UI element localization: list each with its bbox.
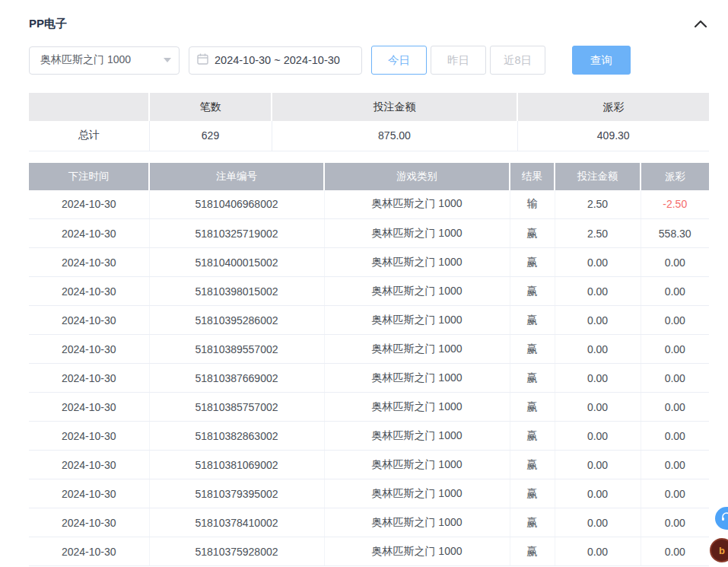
cell-game: 奥林匹斯之门 1000: [324, 219, 510, 248]
cell-bet-id: 51810406968002: [149, 190, 324, 219]
summary-table: 笔数 投注金额 派彩 总计 629 875.00 409.30: [29, 93, 709, 151]
cell-result: 赢: [510, 479, 555, 508]
bets-table-body: 2024-10-30 51810406968002 奥林匹斯之门 1000 输 …: [29, 190, 709, 566]
cell-game: 奥林匹斯之门 1000: [324, 248, 510, 277]
cell-payout: 558.30: [641, 219, 709, 248]
cell-amount: 0.00: [555, 335, 641, 364]
brand-floating-button[interactable]: b: [710, 538, 728, 562]
quick-range-buttons: 今日 昨日 近8日: [371, 46, 549, 75]
cell-bet-id: 51810398015002: [149, 277, 324, 306]
summary-header-empty: [29, 93, 149, 121]
bets-header-date: 下注时间: [29, 163, 149, 190]
summary-total-count: 629: [149, 121, 272, 151]
cell-amount: 0.00: [555, 277, 641, 306]
collapse-panel-button[interactable]: [692, 15, 709, 32]
table-row: 2024-10-30 51810381069002 奥林匹斯之门 1000 赢 …: [29, 451, 709, 479]
cell-bet-id: 51810325719002: [149, 219, 324, 248]
cell-result: 赢: [510, 422, 555, 451]
summary-total-row: 总计 629 875.00 409.30: [29, 121, 709, 151]
cell-game: 奥林匹斯之门 1000: [324, 537, 510, 566]
cell-game: 奥林匹斯之门 1000: [324, 451, 510, 479]
bets-header-game: 游戏类别: [324, 163, 510, 190]
game-select-value: 奥林匹斯之门 1000: [40, 53, 131, 67]
cell-payout: 0.00: [641, 451, 709, 479]
cell-amount: 0.00: [555, 451, 641, 479]
cell-game: 奥林匹斯之门 1000: [324, 364, 510, 393]
quick-button-yesterday[interactable]: 昨日: [431, 46, 486, 75]
cell-payout: 0.00: [641, 537, 709, 566]
bets-header-amount: 投注金额: [555, 163, 641, 190]
headset-icon: [721, 512, 728, 525]
cell-bet-id: 51810387669002: [149, 364, 324, 393]
cell-result: 赢: [510, 364, 555, 393]
cell-game: 奥林匹斯之门 1000: [324, 508, 510, 537]
calendar-icon: [197, 53, 215, 68]
cell-game: 奥林匹斯之门 1000: [324, 190, 510, 219]
cell-bet-id: 51810382863002: [149, 422, 324, 451]
cell-bet-id: 51810378410002: [149, 508, 324, 537]
summary-header-payout: 派彩: [517, 93, 709, 121]
quick-button-today[interactable]: 今日: [371, 46, 427, 75]
cell-date: 2024-10-30: [29, 422, 149, 451]
table-row: 2024-10-30 51810395286002 奥林匹斯之门 1000 赢 …: [29, 306, 709, 335]
cell-bet-id: 51810389557002: [149, 335, 324, 364]
table-row: 2024-10-30 51810385757002 奥林匹斯之门 1000 赢 …: [29, 393, 709, 422]
cell-payout: 0.00: [641, 364, 709, 393]
date-range-value: 2024-10-30 ~ 2024-10-30: [215, 54, 340, 66]
cell-result: 输: [510, 190, 555, 219]
cell-result: 赢: [510, 306, 555, 335]
cell-date: 2024-10-30: [29, 537, 149, 566]
cell-amount: 0.00: [555, 537, 641, 566]
date-range-input[interactable]: 2024-10-30 ~ 2024-10-30: [189, 46, 362, 75]
summary-total-label: 总计: [29, 121, 149, 151]
cell-date: 2024-10-30: [29, 306, 149, 335]
search-button[interactable]: 查询: [572, 46, 631, 75]
game-select[interactable]: 奥林匹斯之门 1000: [29, 46, 180, 75]
cell-payout: 0.00: [641, 393, 709, 422]
cell-amount: 2.50: [555, 190, 641, 219]
quick-button-last8days[interactable]: 近8日: [490, 46, 545, 75]
cell-date: 2024-10-30: [29, 364, 149, 393]
table-row: 2024-10-30 51810387669002 奥林匹斯之门 1000 赢 …: [29, 364, 709, 393]
cell-bet-id: 51810381069002: [149, 451, 324, 479]
cell-date: 2024-10-30: [29, 277, 149, 306]
bets-header-payout: 派彩: [641, 163, 709, 190]
cell-game: 奥林匹斯之门 1000: [324, 479, 510, 508]
customer-service-button[interactable]: [715, 507, 728, 530]
cell-game: 奥林匹斯之门 1000: [324, 335, 510, 364]
bets-header-row: 下注时间 注单编号 游戏类别 结果 投注金额 派彩: [29, 163, 709, 190]
cell-bet-id: 51810379395002: [149, 479, 324, 508]
cell-amount: 2.50: [555, 219, 641, 248]
table-row: 2024-10-30 51810378410002 奥林匹斯之门 1000 赢 …: [29, 508, 709, 537]
cell-game: 奥林匹斯之门 1000: [324, 393, 510, 422]
cell-result: 赢: [510, 277, 555, 306]
cell-result: 赢: [510, 248, 555, 277]
table-row: 2024-10-30 51810398015002 奥林匹斯之门 1000 赢 …: [29, 277, 709, 306]
chevron-down-icon: [164, 58, 171, 62]
table-row: 2024-10-30 51810379395002 奥林匹斯之门 1000 赢 …: [29, 479, 709, 508]
cell-date: 2024-10-30: [29, 248, 149, 277]
cell-amount: 0.00: [555, 508, 641, 537]
cell-date: 2024-10-30: [29, 508, 149, 537]
cell-payout: 0.00: [641, 422, 709, 451]
cell-payout: 0.00: [641, 479, 709, 508]
cell-amount: 0.00: [555, 248, 641, 277]
table-row: 2024-10-30 51810382863002 奥林匹斯之门 1000 赢 …: [29, 422, 709, 451]
table-row: 2024-10-30 51810375928002 奥林匹斯之门 1000 赢 …: [29, 537, 709, 566]
bets-table: 下注时间 注单编号 游戏类别 结果 投注金额 派彩 2024-10-30 518…: [29, 163, 709, 567]
brand-floating-label: b: [719, 545, 725, 556]
summary-header-bet-amount: 投注金额: [272, 93, 517, 121]
cell-amount: 0.00: [555, 306, 641, 335]
cell-result: 赢: [510, 393, 555, 422]
cell-amount: 0.00: [555, 393, 641, 422]
cell-result: 赢: [510, 219, 555, 248]
cell-result: 赢: [510, 537, 555, 566]
cell-payout: -2.50: [641, 190, 709, 219]
cell-result: 赢: [510, 335, 555, 364]
cell-amount: 0.00: [555, 479, 641, 508]
cell-date: 2024-10-30: [29, 190, 149, 219]
table-row: 2024-10-30 51810406968002 奥林匹斯之门 1000 输 …: [29, 190, 709, 219]
cell-amount: 0.00: [555, 364, 641, 393]
summary-total-bet-amount: 875.00: [272, 121, 517, 151]
table-row: 2024-10-30 51810325719002 奥林匹斯之门 1000 赢 …: [29, 219, 709, 248]
